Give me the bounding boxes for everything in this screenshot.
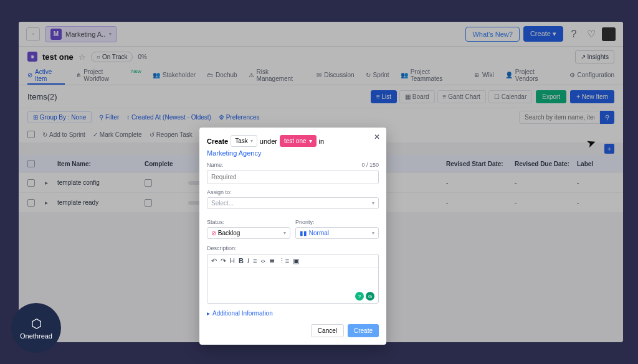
under-label: under <box>260 138 277 145</box>
in-label: in <box>319 138 325 145</box>
type-select[interactable]: Task▾ <box>231 135 257 147</box>
rte-body[interactable]: ? G <box>207 268 378 303</box>
priority-label: Priority: <box>295 219 379 225</box>
help-badge-icon[interactable]: ? <box>355 292 364 301</box>
cube-icon: ⬡ <box>31 316 42 331</box>
assign-label: Assign to: <box>207 189 232 195</box>
list-ol-icon[interactable]: ≣ <box>269 257 275 265</box>
align-icon[interactable]: ≡ <box>253 257 257 265</box>
cancel-button[interactable]: Cancel <box>311 324 344 337</box>
code-icon[interactable]: ‹› <box>260 257 265 265</box>
close-icon[interactable]: ✕ <box>374 133 380 141</box>
status-label: Status: <box>207 219 290 225</box>
undo-icon[interactable]: ↶ <box>211 257 217 265</box>
name-counter: 0 / 150 <box>361 162 379 168</box>
heading-icon[interactable]: H <box>230 257 235 265</box>
italic-icon[interactable]: I <box>247 257 249 265</box>
g-badge-icon[interactable]: G <box>366 292 374 301</box>
status-select[interactable]: ⊘ Backlog▾ <box>207 227 290 239</box>
name-label: Name: <box>207 162 224 168</box>
name-input[interactable] <box>207 170 379 184</box>
list-ul-icon[interactable]: ⋮≡ <box>279 257 289 265</box>
onethread-logo: ⬡ Onethread <box>11 303 61 353</box>
priority-select[interactable]: ▮▮ Normal▾ <box>295 227 379 239</box>
workspace-link[interactable]: Marketing Agency <box>207 149 261 157</box>
parent-select[interactable]: test one▾ <box>280 135 317 147</box>
redo-icon[interactable]: ↷ <box>221 257 226 265</box>
rte-toolbar: ↶ ↷ H B I ≡ ‹› ≣ ⋮≡ ▣ <box>207 254 378 268</box>
create-item-modal: ✕ Create Task▾ under test one▾ in Market… <box>199 128 386 345</box>
bold-icon[interactable]: B <box>239 257 244 265</box>
desc-label: Description: <box>207 245 379 251</box>
description-editor[interactable]: ↶ ↷ H B I ≡ ‹› ≣ ⋮≡ ▣ ? G <box>207 254 379 304</box>
image-icon[interactable]: ▣ <box>293 257 299 265</box>
create-label: Create <box>207 138 228 145</box>
create-submit-button[interactable]: Create <box>348 324 379 337</box>
additional-info-toggle[interactable]: ▸ Additional Information <box>207 310 273 317</box>
assign-select[interactable]: Select...▾ <box>207 197 379 209</box>
